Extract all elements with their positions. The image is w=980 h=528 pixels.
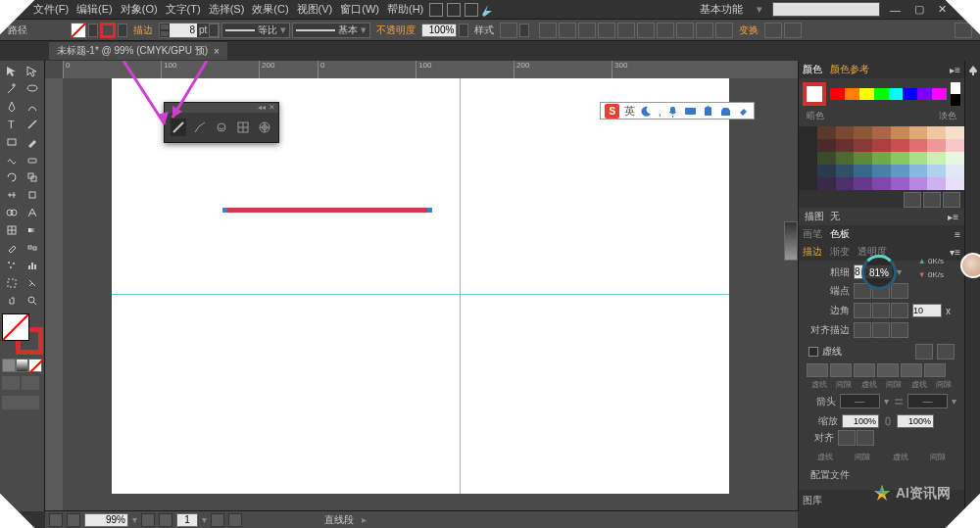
corner-bevel-button[interactable] — [891, 303, 908, 318]
arrange-icon[interactable] — [465, 3, 478, 17]
swatch-cell[interactable] — [909, 126, 928, 139]
spade-icon[interactable] — [967, 65, 979, 76]
tab-brushes[interactable]: 画笔 — [803, 227, 822, 241]
stroke-dropdown-icon[interactable] — [118, 24, 127, 37]
variable-width-profile[interactable]: 等比 ▾ — [221, 23, 290, 38]
swatch-cell[interactable] — [909, 165, 928, 177]
shape-builder-tool[interactable] — [2, 204, 23, 221]
swatch-cell[interactable] — [799, 165, 817, 177]
ime-skin-icon[interactable] — [702, 105, 714, 118]
swatch-lib-button[interactable] — [943, 192, 960, 208]
swatch-limit-button[interactable] — [904, 192, 921, 208]
swatch-cell[interactable] — [927, 126, 946, 139]
nav-last-button[interactable] — [228, 513, 242, 527]
dash-checkbox[interactable] — [808, 347, 818, 357]
align-button-5[interactable] — [637, 23, 655, 38]
swatch-cell[interactable] — [891, 126, 909, 139]
shaper-tool[interactable] — [2, 151, 23, 168]
scale-start-input[interactable] — [842, 414, 879, 428]
dash-align-1-button[interactable] — [915, 344, 933, 360]
opacity-link[interactable]: 不透明度 — [372, 24, 419, 37]
align-button-4[interactable] — [617, 23, 635, 38]
swatch-cell[interactable] — [946, 139, 964, 152]
swatch-cell[interactable] — [927, 177, 946, 190]
arrow-align-2-button[interactable] — [857, 430, 874, 446]
swatch-cell[interactable] — [891, 177, 909, 190]
sogou-logo-icon[interactable]: S — [605, 104, 619, 119]
swatch-cell[interactable] — [854, 139, 872, 152]
tab-color-guide[interactable]: 颜色参考 — [830, 63, 869, 76]
arrowhead-end-select[interactable]: — — [907, 394, 948, 408]
stroke-width-field[interactable]: pt — [159, 23, 220, 38]
scale-tool[interactable] — [23, 168, 43, 186]
swatch-cell[interactable] — [946, 126, 964, 139]
align-button-3[interactable] — [598, 23, 615, 38]
menu-object[interactable]: 对象(O) — [117, 2, 162, 17]
hue-spectrum[interactable] — [830, 88, 947, 100]
artboard-tool[interactable] — [2, 274, 23, 292]
color-indicator[interactable] — [803, 82, 826, 106]
menu-effect[interactable]: 效果(C) — [248, 2, 292, 17]
swatch-cell[interactable] — [872, 165, 891, 177]
st-icon[interactable] — [447, 3, 461, 17]
draw-behind-button[interactable] — [22, 376, 39, 390]
nav-prev-button[interactable] — [141, 513, 155, 527]
panel-menu-icon[interactable]: ▾≡ — [950, 247, 960, 258]
align-button-8[interactable] — [696, 23, 713, 38]
mesh-tool[interactable] — [2, 221, 23, 239]
dash-input-3[interactable] — [901, 363, 922, 377]
ime-mic-icon[interactable] — [666, 105, 679, 118]
swatch-cell[interactable] — [836, 126, 855, 139]
ime-lang[interactable]: 英 — [624, 104, 635, 119]
arrowhead-start-select[interactable]: — — [840, 394, 880, 408]
swatch-cell[interactable] — [817, 139, 836, 152]
swatch-cell[interactable] — [817, 177, 836, 190]
swatch-cell[interactable] — [817, 126, 836, 139]
ime-toolbar[interactable]: S 英 , — [600, 102, 755, 120]
swatch-cell[interactable] — [836, 139, 855, 152]
menu-help[interactable]: 帮助(H) — [383, 2, 427, 17]
stroke-width-dropdown-icon[interactable] — [209, 24, 219, 37]
swatch-cell[interactable] — [946, 152, 964, 165]
menu-type[interactable]: 文字(T) — [162, 2, 205, 17]
align-button-9[interactable] — [715, 23, 733, 38]
gradient-annotator[interactable] — [784, 221, 798, 261]
rectangle-tool[interactable] — [2, 133, 23, 151]
swatch-cell[interactable] — [891, 152, 909, 165]
close-icon[interactable]: ✕ — [934, 3, 951, 16]
dash-input-1[interactable] — [807, 363, 828, 377]
nav-next-button[interactable] — [211, 513, 224, 527]
swatch-cell[interactable] — [854, 165, 872, 177]
scale-end-input[interactable] — [897, 414, 934, 428]
tab-stroke[interactable]: 描边 — [803, 245, 822, 259]
pen-tool[interactable] — [2, 98, 23, 116]
hand-tool[interactable] — [2, 292, 23, 310]
stroke-width-input[interactable] — [170, 24, 197, 37]
free-transform-tool[interactable] — [23, 186, 43, 204]
eraser-tool[interactable] — [23, 151, 43, 168]
swatch-cell[interactable] — [872, 152, 891, 165]
swatch-cell[interactable] — [799, 139, 817, 152]
fill-dropdown-icon[interactable] — [88, 24, 98, 37]
tab-swatches[interactable]: 色板 — [830, 227, 850, 241]
swatch-cell[interactable] — [927, 152, 946, 165]
zoom-select[interactable] — [84, 513, 128, 527]
line-segment-tool[interactable] — [23, 116, 43, 133]
swatch-cell[interactable] — [891, 165, 909, 177]
tab-color[interactable]: 颜色 — [803, 63, 822, 76]
align-button-6[interactable] — [657, 23, 674, 38]
isolate-button[interactable] — [764, 23, 782, 38]
gap-input-3[interactable] — [924, 363, 946, 377]
blend-tool[interactable] — [23, 239, 43, 257]
direct-selection-tool[interactable] — [23, 63, 43, 80]
user-avatar[interactable] — [960, 253, 980, 278]
panel-menu-icon[interactable]: ▸≡ — [950, 65, 960, 75]
color-mode-gradient[interactable] — [16, 359, 29, 372]
br-icon[interactable] — [429, 3, 443, 17]
document-tab[interactable]: 未标题-1* @ 99% (CMYK/GPU 预) × — [49, 42, 227, 60]
swatch-cell[interactable] — [817, 152, 836, 165]
lasso-tool[interactable] — [23, 80, 43, 98]
draw-normal-button[interactable] — [2, 376, 20, 390]
transform-link[interactable]: 变换 — [735, 24, 762, 37]
column-graph-tool[interactable] — [23, 257, 43, 274]
